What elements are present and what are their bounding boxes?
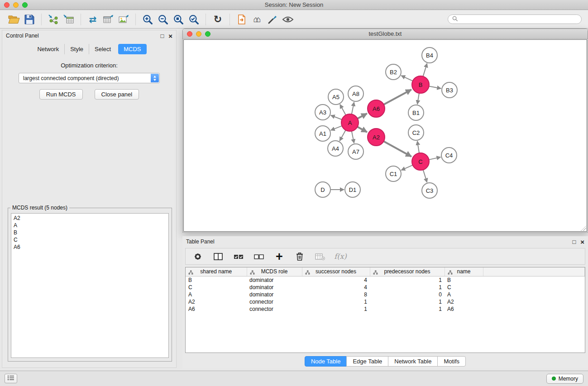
first-neighbors-icon[interactable] bbox=[234, 12, 249, 27]
network-node-C2[interactable]: C2 bbox=[408, 125, 424, 140]
node-table-container[interactable]: shared name MCDS role bbox=[185, 267, 585, 353]
zoom-out-icon[interactable] bbox=[155, 12, 171, 27]
network-node-A4[interactable]: A4 bbox=[328, 141, 343, 156]
network-node-A7[interactable]: A7 bbox=[348, 144, 363, 159]
network-edge-C-C3[interactable] bbox=[423, 170, 427, 182]
network-node-B[interactable]: B bbox=[412, 76, 429, 93]
table-cell[interactable]: 1 bbox=[302, 298, 370, 305]
network-edge-C-C4[interactable] bbox=[429, 157, 441, 160]
network-node-C3[interactable]: C3 bbox=[422, 183, 437, 198]
network-node-B4[interactable]: B4 bbox=[422, 48, 437, 63]
network-node-A[interactable]: A bbox=[341, 114, 359, 131]
function-builder-icon[interactable]: f(x) bbox=[335, 251, 346, 262]
deselect-all-icon[interactable] bbox=[253, 251, 265, 262]
table-cell[interactable]: 8 bbox=[302, 291, 370, 298]
table-cell[interactable]: 1 bbox=[370, 276, 445, 284]
tab-motifs[interactable]: Motifs bbox=[437, 356, 466, 367]
network-edge-C-C1[interactable] bbox=[401, 165, 412, 170]
mcds-result-item[interactable]: A2 bbox=[11, 214, 168, 222]
network-node-D1[interactable]: D1 bbox=[345, 182, 360, 197]
close-table-panel-icon[interactable]: × bbox=[580, 238, 584, 245]
mcds-result-item[interactable]: B bbox=[11, 229, 168, 236]
table-cell[interactable]: 0 bbox=[370, 291, 445, 298]
table-cell[interactable]: 4 bbox=[302, 284, 370, 291]
network-close-button[interactable] bbox=[187, 31, 192, 37]
gear-icon[interactable] bbox=[192, 251, 204, 262]
network-minimize-button[interactable] bbox=[196, 31, 201, 37]
network-edge-A6-B[interactable] bbox=[384, 90, 411, 105]
network-canvas[interactable]: B4B2BB3A5A8A6B1A3AC2A1A2A4A7C1CC4C3DD1 bbox=[183, 39, 587, 232]
network-edge-A2-C[interactable] bbox=[384, 141, 411, 157]
table-cell[interactable]: dominator bbox=[247, 291, 302, 298]
table-row[interactable]: A6connector11A6 bbox=[186, 305, 585, 313]
network-zoom-button[interactable] bbox=[205, 31, 210, 37]
open-session-icon[interactable] bbox=[6, 12, 22, 27]
network-edge-C-C2[interactable] bbox=[417, 141, 419, 153]
table-cell[interactable]: B bbox=[186, 276, 247, 284]
tab-select[interactable]: Select bbox=[89, 44, 116, 54]
zoom-window-button[interactable] bbox=[22, 2, 28, 8]
table-cell[interactable]: dominator bbox=[247, 284, 302, 291]
network-node-B1[interactable]: B1 bbox=[408, 105, 424, 120]
column-header-predecessor-nodes[interactable]: predecessor nodes bbox=[370, 267, 445, 276]
network-edge-B-B4[interactable] bbox=[423, 63, 427, 76]
table-cell[interactable]: 1 bbox=[370, 298, 445, 305]
table-row[interactable]: A2connector11A2 bbox=[186, 298, 585, 305]
table-cell[interactable]: A bbox=[186, 291, 247, 298]
trash-icon[interactable] bbox=[294, 251, 306, 262]
table-cell[interactable]: connector bbox=[247, 305, 302, 313]
table-cell[interactable]: A2 bbox=[186, 298, 247, 305]
network-edge-A-A8[interactable] bbox=[352, 102, 354, 114]
export-table-icon[interactable] bbox=[100, 12, 116, 27]
network-node-C4[interactable]: C4 bbox=[441, 148, 457, 163]
close-panel-icon[interactable]: × bbox=[168, 33, 172, 39]
network-window-titlebar[interactable]: testGlobe.txt bbox=[183, 29, 588, 39]
float-panel-icon[interactable]: □ bbox=[160, 33, 164, 39]
table-cell[interactable]: A6 bbox=[445, 305, 483, 313]
search-input[interactable] bbox=[460, 16, 577, 23]
network-edge-A-A5[interactable] bbox=[340, 105, 346, 115]
optimization-criterion-select[interactable]: largest connected component (directed) bbox=[19, 73, 160, 83]
column-header-mcds-role[interactable]: MCDS role bbox=[247, 267, 302, 276]
table-cell[interactable]: 4 bbox=[302, 276, 370, 284]
network-node-A5[interactable]: A5 bbox=[328, 89, 344, 105]
tab-node-table[interactable]: Node Table bbox=[305, 356, 347, 367]
tab-edge-table[interactable]: Edge Table bbox=[346, 356, 388, 367]
close-window-button[interactable] bbox=[4, 2, 10, 8]
column-header-successor-nodes[interactable]: successor nodes bbox=[302, 267, 370, 276]
network-node-C[interactable]: C bbox=[412, 153, 429, 170]
memory-button[interactable]: Memory bbox=[546, 374, 583, 384]
swap-networks-icon[interactable]: ⇄ bbox=[85, 12, 100, 27]
run-mcds-button[interactable]: Run MCDS bbox=[39, 89, 83, 100]
network-graph[interactable]: B4B2BB3A5A8A6B1A3AC2A1A2A4A7C1CC4C3DD1 bbox=[184, 40, 588, 233]
import-table-icon[interactable] bbox=[61, 12, 76, 27]
tab-style[interactable]: Style bbox=[64, 44, 89, 54]
network-edge-A-A1[interactable] bbox=[331, 126, 342, 130]
zoom-selected-icon[interactable] bbox=[186, 12, 201, 27]
network-edge-A-A6[interactable] bbox=[358, 114, 367, 119]
network-node-A6[interactable]: A6 bbox=[368, 100, 385, 117]
zoom-in-icon[interactable] bbox=[140, 12, 155, 27]
show-columns-icon[interactable] bbox=[212, 251, 224, 262]
float-table-panel-icon[interactable]: □ bbox=[572, 239, 576, 245]
network-node-A8[interactable]: A8 bbox=[348, 86, 363, 101]
export-image-icon[interactable] bbox=[116, 12, 131, 27]
eye-icon[interactable] bbox=[280, 12, 296, 27]
save-session-icon[interactable] bbox=[22, 12, 37, 27]
tab-mcds[interactable]: MCDS bbox=[118, 44, 146, 54]
network-node-D[interactable]: D bbox=[315, 182, 330, 197]
column-header-name[interactable]: name bbox=[445, 267, 483, 276]
table-cell[interactable]: C bbox=[186, 284, 247, 291]
network-node-A1[interactable]: A1 bbox=[315, 126, 330, 141]
mcds-result-item[interactable]: A6 bbox=[11, 243, 168, 251]
network-edge-A-A2[interactable] bbox=[358, 127, 367, 132]
search-field[interactable] bbox=[448, 14, 582, 24]
mcds-result-list[interactable]: A2ABCA6 bbox=[11, 213, 169, 358]
table-row[interactable]: Adominator80A bbox=[186, 291, 585, 298]
table-row[interactable]: Cdominator41C bbox=[186, 284, 585, 291]
network-node-B3[interactable]: B3 bbox=[442, 82, 457, 98]
table-cell[interactable]: B bbox=[445, 276, 483, 284]
table-cell[interactable]: C bbox=[445, 284, 483, 291]
table-cell[interactable]: A bbox=[445, 291, 483, 298]
network-node-C1[interactable]: C1 bbox=[386, 166, 401, 181]
